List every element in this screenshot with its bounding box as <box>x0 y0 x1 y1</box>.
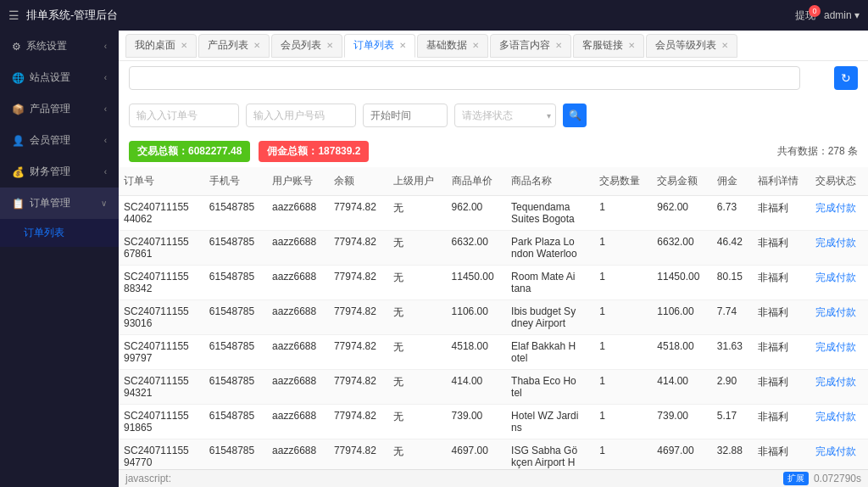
sidebar-arrow-site: ‹ <box>104 73 107 82</box>
cell-parent: 无 <box>388 439 446 470</box>
sidebar-item-system[interactable]: ⚙ 系统设置 ‹ <box>0 31 119 62</box>
menu-icon[interactable]: ☰ <box>8 8 19 22</box>
tab-dashboard-close[interactable]: ✕ <box>181 41 187 50</box>
col-parent: 上级用户 <box>388 167 446 196</box>
sidebar-item-site[interactable]: 🌐 站点设置 ‹ <box>0 62 119 93</box>
main-area: 我的桌面 ✕ 产品列表 ✕ 会员列表 ✕ 订单列表 ✕ 基础数据 ✕ 多语言内容… <box>119 31 868 487</box>
table-row: SC240711155 8834261548785aazz668877974.8… <box>119 266 868 300</box>
cell-product-name: Ibis budget Sy dney Airport <box>506 300 594 335</box>
finance-icon: 💰 <box>12 166 25 178</box>
status-select[interactable]: 请选择状态 完成付款 待付款 已取消 <box>454 104 556 127</box>
sidebar-label-system: 系统设置 <box>26 39 67 53</box>
app-title: 排单系统-管理后台 <box>26 8 118 23</box>
user-no-input[interactable] <box>246 104 356 127</box>
tab-multilang-close[interactable]: ✕ <box>555 41 562 50</box>
sidebar-label-finance: 财务管理 <box>30 165 70 179</box>
cell-phone: 61548785 <box>204 196 267 231</box>
tab-member-level-close[interactable]: ✕ <box>721 41 728 50</box>
col-commission: 佣金 <box>712 167 753 196</box>
cell-product-name: Hotel WZ Jardi ns <box>506 405 594 439</box>
col-qty: 交易数量 <box>594 167 652 196</box>
tab-member-level[interactable]: 会员等级列表 ✕ <box>646 34 737 58</box>
cell-unit-price: 414.00 <box>447 370 507 405</box>
cell-amount: 739.00 <box>652 405 712 439</box>
cell-account: aazz6688 <box>267 231 329 266</box>
tab-order-list-close[interactable]: ✕ <box>399 41 406 50</box>
tab-customer-link-label: 客服链接 <box>582 38 623 53</box>
cell-welfare: 非福利 <box>753 300 810 335</box>
col-product-name: 商品名称 <box>506 167 594 196</box>
trade-total-badge: 交易总额：6082277.48 <box>129 141 250 162</box>
tab-dashboard[interactable]: 我的桌面 ✕ <box>125 34 197 58</box>
table-row: SC240711155 9432161548785aazz668877974.8… <box>119 370 868 405</box>
cell-unit-price: 1106.00 <box>447 300 507 335</box>
cell-welfare: 非福利 <box>753 335 810 370</box>
admin-menu[interactable]: admin ▾ <box>824 9 860 21</box>
order-no-input[interactable] <box>129 104 239 127</box>
site-icon: 🌐 <box>12 72 25 84</box>
sidebar-item-product[interactable]: 📦 产品管理 ‹ <box>0 93 119 125</box>
cell-product-name: Park Plaza Lo ndon Waterloo <box>506 231 594 266</box>
cell-account: aazz6688 <box>267 370 329 405</box>
sidebar-submenu-order: 订单列表 <box>0 219 119 247</box>
sidebar-label-order: 订单管理 <box>30 196 70 210</box>
cell-status: 完成付款 <box>810 231 868 266</box>
sidebar-item-member[interactable]: 👤 会员管理 ‹ <box>0 125 119 156</box>
sidebar-item-finance[interactable]: 💰 财务管理 ‹ <box>0 156 119 188</box>
cell-order-no: SC240711155 93016 <box>119 300 204 335</box>
table-row: SC240711155 6786161548785aazz668877974.8… <box>119 231 868 266</box>
tab-product-list[interactable]: 产品列表 ✕ <box>198 34 270 58</box>
sidebar-subitem-order-list[interactable]: 订单列表 <box>0 219 119 247</box>
cell-order-no: SC240711155 94321 <box>119 370 204 405</box>
sidebar-label-site: 站点设置 <box>30 70 70 85</box>
cell-commission: 7.74 <box>712 300 753 335</box>
tab-customer-link[interactable]: 客服链接 ✕ <box>573 34 644 58</box>
summary-left: 交易总额：6082277.48 佣金总额：187839.2 <box>129 141 369 162</box>
cell-product-name: Thaba Eco Ho tel <box>506 370 594 405</box>
sidebar-item-order[interactable]: 📋 订单管理 ∨ <box>0 188 119 219</box>
col-amount: 交易金额 <box>652 167 712 196</box>
refresh-button[interactable]: ↻ <box>834 66 858 90</box>
plugin-badge: 扩展 <box>783 472 809 485</box>
sidebar-arrow-finance: ‹ <box>104 167 107 176</box>
tab-product-list-close[interactable]: ✕ <box>253 41 260 50</box>
tab-order-list-label: 订单列表 <box>353 38 394 53</box>
cell-amount: 1106.00 <box>652 300 712 335</box>
col-balance: 余额 <box>329 167 389 196</box>
cell-unit-price: 4518.00 <box>447 335 507 370</box>
cell-amount: 4697.00 <box>652 439 712 470</box>
tab-order-list[interactable]: 订单列表 ✕ <box>344 34 415 58</box>
cell-phone: 61548785 <box>204 439 267 470</box>
cell-account: aazz6688 <box>267 266 329 300</box>
table-row: SC240711155 9477061548785aazz668877974.8… <box>119 439 868 470</box>
tabbar: 我的桌面 ✕ 产品列表 ✕ 会员列表 ✕ 订单列表 ✕ 基础数据 ✕ 多语言内容… <box>119 31 868 61</box>
cell-phone: 61548785 <box>204 405 267 439</box>
cell-commission: 2.90 <box>712 370 753 405</box>
cell-unit-price: 962.00 <box>447 196 507 231</box>
cell-status: 完成付款 <box>810 405 868 439</box>
cell-product-name: Room Mate Ai tana <box>506 266 594 300</box>
cell-status: 完成付款 <box>810 335 868 370</box>
search-button[interactable]: 🔍 <box>563 104 587 127</box>
table-header: 订单号 手机号 用户账号 余额 上级用户 商品单价 商品名称 交易数量 交易金额… <box>119 167 868 196</box>
cell-order-no: SC240711155 88342 <box>119 266 204 300</box>
tab-customer-link-close[interactable]: ✕ <box>628 41 635 50</box>
cell-balance: 77974.82 <box>329 439 389 470</box>
product-icon: 📦 <box>12 104 25 115</box>
tab-member-list-close[interactable]: ✕ <box>326 41 333 50</box>
tab-basic-data-close[interactable]: ✕ <box>472 41 479 50</box>
col-welfare: 福利详情 <box>753 167 810 196</box>
cell-status: 完成付款 <box>810 196 868 231</box>
global-search-input[interactable] <box>129 66 800 90</box>
sidebar-arrow-product: ‹ <box>104 104 107 114</box>
tab-multilang[interactable]: 多语言内容 ✕ <box>490 34 571 58</box>
start-time-input[interactable] <box>363 104 448 127</box>
tab-member-list[interactable]: 会员列表 ✕ <box>271 34 342 58</box>
bell-button[interactable]: 提现 0 <box>795 8 815 23</box>
col-status: 交易状态 <box>810 167 868 196</box>
cell-parent: 无 <box>388 335 446 370</box>
filter-bar: 请选择状态 完成付款 待付款 已取消 ▾ 🔍 <box>119 95 868 136</box>
cell-qty: 1 <box>594 439 652 470</box>
tab-basic-data[interactable]: 基础数据 ✕ <box>417 34 488 58</box>
cell-phone: 61548785 <box>204 266 267 300</box>
